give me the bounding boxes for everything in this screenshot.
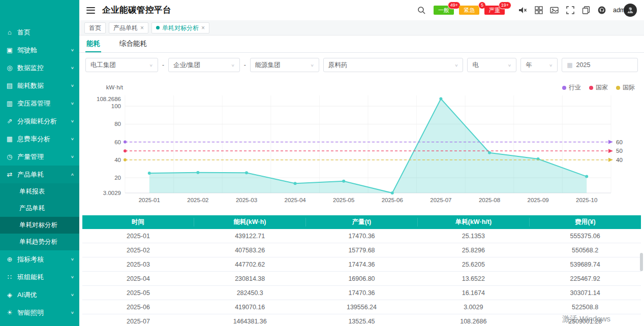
ai-tuning-icon: ◈ <box>5 291 14 299</box>
fullscreen-icon[interactable] <box>566 6 575 15</box>
home-icon: ⌂ <box>5 28 14 36</box>
sidebar-item-label: 产品单耗 <box>17 170 71 179</box>
alarm-badge-label: 一般 <box>438 7 449 13</box>
energy-data-icon: ▤ <box>5 82 14 89</box>
sidebar-item-production-mgmt[interactable]: ◷产量管理∨ <box>0 148 79 166</box>
filter-select-1[interactable]: 企业/集团∨ <box>168 58 240 72</box>
mute-icon[interactable] <box>518 6 528 15</box>
filter-select-0[interactable]: 电工集团∨ <box>85 58 158 72</box>
breadcrumb-tab-1[interactable]: 产品单耗× <box>109 22 148 34</box>
chevron-down-icon: ∨ <box>71 257 74 261</box>
tab-1[interactable]: 综合能耗 <box>118 36 148 52</box>
alarm-badge-2[interactable]: 严重19+ <box>484 6 505 15</box>
sidebar-subitem-label: 产品单耗 <box>19 204 45 213</box>
column-header: 单耗(kW·h/t) <box>418 218 530 226</box>
table-cell: 13.6522 <box>417 275 529 282</box>
sidebar-item-cockpit[interactable]: ▣驾驶舱∨ <box>0 41 79 59</box>
table-cell: 225467.92 <box>529 275 641 282</box>
copy-icon[interactable] <box>581 6 591 15</box>
sidebar-item-ai-tuning[interactable]: ◈AI调优∨ <box>0 286 79 304</box>
sidebar-item-smart-lighting[interactable]: ☀智能照明∨ <box>0 304 79 321</box>
breadcrumb-tabs: 首页产品单耗×单耗对标分析× <box>79 20 644 36</box>
sidebar-item-transformer-mgmt[interactable]: ▥变压器管理∨ <box>0 94 79 112</box>
legend-item-1[interactable]: 国家 <box>589 83 608 92</box>
table-cell: 17474.36 <box>306 261 418 268</box>
legend-item-2[interactable]: 国际 <box>616 83 635 92</box>
sidebar-item-energy-data[interactable]: ▤能耗数据∨ <box>0 77 79 94</box>
team-energy-icon: ∷ <box>5 273 14 281</box>
table-cell: 539689.74 <box>529 261 641 268</box>
column-header: 时间 <box>82 218 194 226</box>
chevron-down-icon: ∨ <box>71 119 74 123</box>
filter-select-4[interactable]: 电∨ <box>467 58 516 72</box>
svg-text:kW·h/t: kW·h/t <box>106 84 124 90</box>
table-cell: 2025-04 <box>82 275 194 282</box>
active-dot-icon <box>156 26 160 29</box>
sidebar-item-fee-rate-analysis[interactable]: ▦息费率分析∨ <box>0 130 79 148</box>
sidebar-item-label: 智能照明 <box>17 308 71 317</box>
svg-text:40: 40 <box>616 157 623 163</box>
collapse-sidebar-icon[interactable] <box>86 7 95 14</box>
svg-text:20: 20 <box>114 175 121 181</box>
sidebar-subitem-label: 单耗对标分析 <box>19 221 57 230</box>
layout-grid-icon[interactable] <box>534 6 543 15</box>
table-cell: 419070.16 <box>194 304 306 311</box>
date-value: 2025 <box>576 61 591 69</box>
chevron-down-icon: ∨ <box>71 101 74 105</box>
table-cell: 108.2686 <box>417 318 529 325</box>
sidebar-subitem-trend-analysis[interactable]: 单耗趋势分析 <box>0 234 79 250</box>
close-icon[interactable]: × <box>201 24 205 31</box>
submenu-product-unit-consumption: 单耗报表产品单耗单耗对标分析单耗趋势分析 <box>0 183 79 250</box>
sidebar-subitem-unit-report[interactable]: 单耗报表 <box>0 183 79 200</box>
svg-text:2025-07: 2025-07 <box>430 197 451 203</box>
svg-text:2025-06: 2025-06 <box>382 197 403 203</box>
alarm-badge-0[interactable]: 一般49+ <box>434 6 454 15</box>
screenshot-icon[interactable] <box>550 6 559 15</box>
filter-select-3[interactable]: 原料药∨ <box>323 58 464 72</box>
sidebar-item-subitem-analysis[interactable]: ⇗分项能耗分析∨ <box>0 112 79 130</box>
chevron-down-icon: ∨ <box>71 275 74 279</box>
select-value: 企业/集团 <box>173 61 200 70</box>
github-icon[interactable] <box>597 6 606 15</box>
table-cell: 2025-02 <box>82 247 194 254</box>
line-chart[interactable]: 20406080100108.26863.0029kW·h/t2025-0120… <box>82 82 636 213</box>
select-value: 能源集团 <box>255 61 281 70</box>
svg-text:2025-10: 2025-10 <box>576 197 597 203</box>
sidebar-subitem-benchmark-analysis[interactable]: 单耗对标分析 <box>0 217 79 234</box>
scrollbar-thumb[interactable] <box>640 253 643 271</box>
legend-item-0[interactable]: 行业 <box>562 83 581 92</box>
sidebar-item-team-energy[interactable]: ∷班组能耗∨ <box>0 268 79 286</box>
user-menu[interactable]: admin <box>613 4 637 17</box>
table-row: 2025-05282450.317470.3616.1674303071.14 <box>82 286 641 300</box>
table-cell: 139556.24 <box>306 304 418 311</box>
breadcrumb-tab-0[interactable]: 首页 <box>84 22 106 34</box>
filter-select-5[interactable]: 年∨ <box>520 58 558 72</box>
sidebar-item-label: 产量管理 <box>17 152 71 161</box>
svg-text:2025-08: 2025-08 <box>479 197 500 203</box>
svg-text:100: 100 <box>111 103 121 109</box>
table-row: 2025-03447702.6217474.3625.6205539689.74 <box>82 257 641 272</box>
table-cell: 282450.3 <box>194 289 306 297</box>
sidebar-item-home[interactable]: ⌂首页 <box>0 23 79 41</box>
svg-text:60: 60 <box>616 139 623 145</box>
tab-0[interactable]: 能耗 <box>85 36 101 52</box>
data-monitor-icon: ◎ <box>5 64 14 72</box>
close-icon[interactable]: × <box>140 24 144 31</box>
table-cell: 25.8296 <box>417 247 529 254</box>
svg-text:2025-05: 2025-05 <box>333 197 354 203</box>
filter-date-picker[interactable]: ▦2025 <box>562 58 638 72</box>
table-cell: 13525.45 <box>306 318 418 325</box>
main-content: 能耗综合能耗 电工集团∨-企业/集团∨-能源集团∨原料药∨电∨年∨▦2025 行… <box>79 36 644 326</box>
sidebar-subitem-product-unit[interactable]: 产品单耗 <box>0 200 79 217</box>
table-cell: 550568.2 <box>529 247 641 254</box>
alarm-badge-1[interactable]: 紧急5 <box>459 6 479 15</box>
filter-select-2[interactable]: 能源集团∨ <box>250 58 319 72</box>
sidebar-item-product-unit-consumption[interactable]: ⇄产品单耗∧ <box>0 166 79 183</box>
sidebar-item-data-monitor[interactable]: ◎数据监控∨ <box>0 59 79 77</box>
breadcrumb-tab-2[interactable]: 单耗对标分析× <box>151 22 209 34</box>
sidebar-item-label: 班组能耗 <box>17 273 71 282</box>
search-icon[interactable] <box>417 6 426 15</box>
sidebar-item-kpi-assessment[interactable]: ⊕指标考核∨ <box>0 250 79 268</box>
data-table: 时间能耗(kW·h)产量(t)单耗(kW·h/t)费用(¥) 2025-0143… <box>82 215 641 326</box>
table-cell: 16906.80 <box>306 275 418 282</box>
